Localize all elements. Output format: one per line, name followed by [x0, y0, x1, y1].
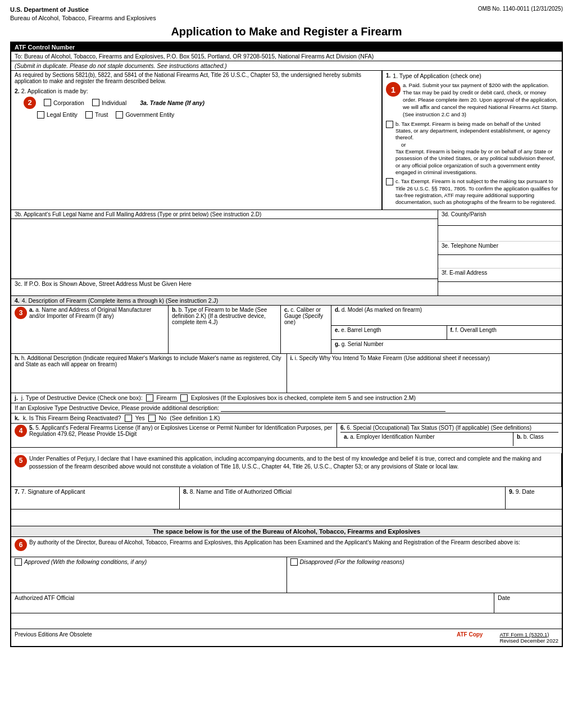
atf-use-text: By authority of the Director, Bureau of … — [29, 539, 558, 547]
to-line: To: Bureau of Alcohol, Tobacco, Firearms… — [11, 52, 562, 61]
checkbox-corporation[interactable] — [44, 99, 51, 106]
section3b-label: 3b. Applicant's Full Legal Name and Full… — [11, 210, 438, 219]
checkbox-legal[interactable] — [37, 111, 44, 119]
agency-dept: U.S. Department of Justice — [10, 6, 156, 14]
disapproved-section: Disapproved (For the following reasons) — [287, 557, 562, 593]
section6a-label: a. a. Employer Identification Number — [340, 433, 513, 446]
checkbox-1b[interactable] — [386, 121, 393, 128]
label-4j-explosives: Explosives (If the Explosives box is che… — [191, 394, 416, 401]
atf-use-header: The space below is for the use of the Bu… — [11, 526, 562, 537]
section9-label: 9. 9. Date — [506, 487, 562, 509]
section2-label: 2. 2. Application is made by: — [15, 88, 88, 94]
checkbox-approved[interactable] — [15, 558, 22, 566]
section3c-label: 3c. If P.O. Box is Shown Above, Street A… — [11, 279, 438, 295]
perjury-text: Under Penalties of Perjury, I declare th… — [29, 455, 558, 471]
section4k-row: k. k. Is This Firearm Being Reactivated?… — [11, 413, 562, 424]
section5-label: 5. 5. Applicant's Federal Firearms Licen… — [29, 425, 333, 437]
checkbox-4j-explosives[interactable] — [180, 394, 188, 402]
item1a-text: a. Paid. Submit your tax payment of $200… — [403, 82, 558, 118]
disapproved-label: Disapproved (For the following reasons) — [300, 558, 404, 565]
circle-6: 6 — [15, 539, 27, 551]
label-legal: Legal Entity — [47, 111, 78, 118]
section4k-see: (See definition 1.K) — [170, 415, 220, 421]
section4b-label: b. b. Type of Firearm to be Made (See de… — [172, 307, 277, 325]
section6-label: 6. 6. Special (Occupational) Tax Status … — [340, 425, 558, 431]
checkbox-trust-group: Trust — [85, 111, 108, 119]
item1b-or: or — [401, 142, 406, 148]
agency-info: U.S. Department of Justice Bureau of Alc… — [10, 6, 156, 23]
section4j-explosive-desc: If an Explosive Type Destructive Device,… — [11, 403, 562, 413]
section6b-label: b. b. Class — [513, 433, 558, 446]
atf-use-body: 6 By authority of the Director, Bureau o… — [11, 537, 562, 557]
checkbox-legal-group: Legal Entity — [37, 111, 78, 119]
control-number-label: ATF Control Number — [11, 43, 562, 52]
circle-2: 2 — [24, 97, 36, 109]
item1c-text: c. Tax Exempt. Firearm is not subject to… — [395, 178, 558, 206]
label-4j-firearm: Firearm — [157, 394, 177, 401]
checkbox-corporation-group: Corporation — [44, 99, 84, 106]
section3d-label: 3d. County/Parish — [438, 210, 562, 226]
section4f-label: f. f. Overall Length — [447, 326, 562, 339]
circle-5: 5 — [15, 455, 27, 467]
section7-label: 7. 7. Signature of Applicant — [11, 487, 180, 509]
section3a-label: 3a. Trade Name (If any) — [140, 99, 204, 106]
approved-label: Approved (With the following conditions,… — [24, 558, 147, 565]
circle-1: 1 — [386, 82, 401, 97]
label-trust: Trust — [95, 111, 108, 118]
section3f-label: 3f. E-mail Address — [438, 269, 562, 282]
section4-label: 4. Description of Firearm (Complete item… — [22, 297, 219, 304]
checkbox-4k-no[interactable] — [148, 415, 156, 422]
section4d-label: d. d. Model (As marked on firearm) — [331, 306, 562, 326]
section8-label: 8. 8. Name and Title of Authorized Offic… — [180, 487, 506, 509]
section4g-label: g. g. Serial Number — [331, 340, 562, 353]
atf-date-label: Date — [494, 593, 562, 613]
checkbox-1c[interactable] — [386, 178, 393, 185]
footer-previous: Previous Editions Are Obsolete — [15, 631, 92, 644]
circle-3: 3 — [15, 307, 27, 319]
circle-4: 4 — [15, 425, 27, 437]
checkbox-government-group: Government Entity — [116, 111, 174, 119]
label-4k-yes: Yes — [135, 415, 145, 421]
section1-label: 1. Type of Application (check one) — [393, 72, 481, 80]
section4j-row: j. j. Type of Destructive Device (Check … — [11, 393, 562, 403]
section1-num: 1. — [386, 72, 390, 80]
checkbox-government[interactable] — [116, 111, 123, 119]
section4-header: 4. 4. Description of Firearm (Complete i… — [11, 296, 562, 306]
checkbox-4k-yes[interactable] — [125, 415, 132, 422]
submit-note: (Submit in duplicate. Please do not stap… — [11, 61, 562, 71]
section4i-label: i. i. Specify Why You Intend To Make Fir… — [287, 354, 562, 393]
section4a-text: a. a. Name and Address of Original Manuf… — [29, 307, 165, 319]
section4c-label: c. c. Caliber or Gauge (Specify one) — [284, 307, 328, 325]
atf-official-label: Authorized ATF Official — [11, 593, 494, 613]
form-title: Application to Make and Register a Firea… — [10, 25, 563, 38]
footer-form: ATF Form 1 (5320.1) — [499, 631, 558, 638]
label-government: Government Entity — [125, 111, 174, 118]
checkbox-trust[interactable] — [85, 111, 93, 119]
omb-number: OMB No. 1140-0011 (12/31/2025) — [478, 6, 563, 12]
required-text: As required by Sections 5821(b), 5822, a… — [15, 72, 378, 84]
item1b-text: b. Tax Exempt. Firearm is being made on … — [395, 121, 558, 176]
section4h-label: h. h. Additional Description (Indicate r… — [11, 354, 287, 393]
approved-section: Approved (With the following conditions,… — [11, 557, 287, 593]
label-individual: Individual — [102, 99, 126, 106]
checkbox-disapproved[interactable] — [290, 558, 298, 566]
checkbox-4j-firearm[interactable] — [146, 394, 153, 402]
label-corporation: Corporation — [53, 99, 84, 106]
label-4k-no: No — [159, 415, 166, 421]
section3e-label: 3e. Telephone Number — [438, 242, 562, 255]
footer-revised: Revised December 2022 — [499, 638, 558, 644]
checkbox-individual[interactable] — [92, 99, 99, 106]
section4e-label: e. e. Barrel Length — [331, 326, 447, 339]
checkbox-individual-group: Individual — [92, 99, 126, 106]
atf-copy: ATF Copy — [457, 631, 483, 644]
agency-bureau: Bureau of Alcohol, Tobacco, Firearms and… — [10, 14, 156, 22]
